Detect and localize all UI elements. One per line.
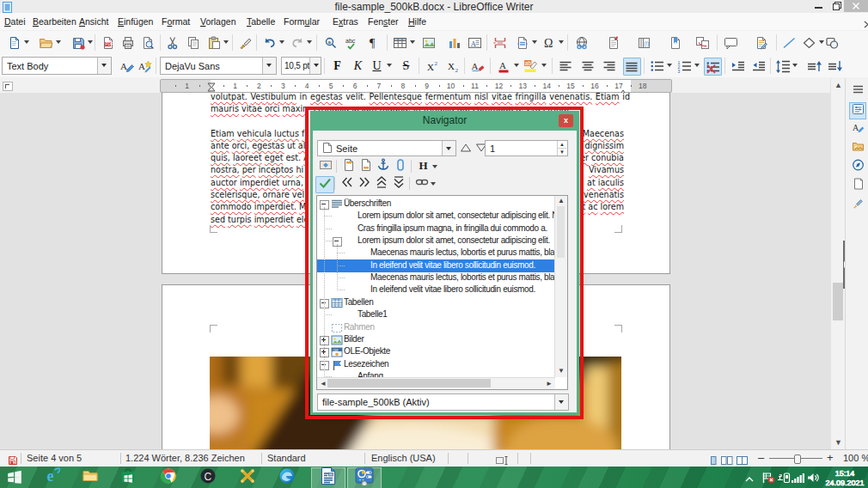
- taskbar-chrome[interactable]: [157, 467, 179, 488]
- highlighting-color-button[interactable]: ab: [523, 58, 540, 74]
- menu-ansicht[interactable]: Ansicht: [74, 13, 113, 30]
- font-size-combo[interactable]: 10,5 pt: [281, 57, 321, 75]
- underline-button[interactable]: U: [369, 58, 385, 74]
- font-size-combo-dropdown-button[interactable]: [309, 58, 321, 74]
- insert-field-button[interactable]: [514, 34, 530, 51]
- save-button[interactable]: [70, 34, 86, 51]
- scrollbar-thumb[interactable]: [833, 283, 843, 320]
- bold-button[interactable]: F: [329, 58, 345, 74]
- open-button[interactable]: [38, 34, 54, 51]
- insert-special-character-button[interactable]: Ω: [541, 34, 557, 51]
- highlighting-color-dropdown-arrow[interactable]: [541, 64, 547, 67]
- ordered-list-button[interactable]: 123: [676, 58, 693, 74]
- insert-textbox-button[interactable]: A: [467, 34, 483, 51]
- status-word-count[interactable]: 1.224 Wörter, 8.236 Zeichen: [125, 450, 245, 467]
- undo-dropdown-arrow[interactable]: [279, 40, 284, 44]
- print-preview-button[interactable]: [139, 34, 156, 51]
- tray-network-signal[interactable]: [791, 472, 805, 487]
- update-style-button[interactable]: A: [119, 58, 135, 74]
- cut-button[interactable]: [164, 34, 180, 51]
- italic-button[interactable]: K: [350, 58, 366, 74]
- new-document-dropdown-arrow[interactable]: [24, 40, 29, 44]
- sidebar-properties[interactable]: [849, 102, 866, 119]
- tray-volume[interactable]: [806, 472, 821, 487]
- horizontal-ruler[interactable]: 1234567891011121314151617181: [160, 79, 672, 93]
- insert-image-button[interactable]: [420, 34, 437, 51]
- font-color-dropdown-arrow[interactable]: [514, 64, 519, 67]
- zoom-slider-thumb[interactable]: [794, 454, 801, 464]
- decrease-indent-button[interactable]: [750, 58, 767, 74]
- insert-index-entry-button[interactable]: (i): [636, 34, 652, 51]
- menu-overflow-icon[interactable]: [863, 16, 868, 32]
- insert-table-dropdown-arrow[interactable]: [410, 40, 415, 44]
- find-and-replace-button[interactable]: a: [322, 34, 339, 51]
- taskbar-libreoffice-writer[interactable]: [317, 467, 339, 488]
- taskbar-settings-app[interactable]: [353, 467, 375, 488]
- insert-page-break-button[interactable]: [492, 34, 508, 51]
- line-spacing-dropdown-arrow[interactable]: [792, 64, 798, 67]
- menu-fenster[interactable]: Fenster: [363, 13, 404, 30]
- strikethrough-button[interactable]: S: [398, 58, 414, 74]
- zoom-in-button[interactable]: +: [827, 450, 834, 467]
- insert-hyperlink-button[interactable]: [574, 34, 590, 51]
- scroll-down-icon[interactable]: ▼: [834, 438, 842, 447]
- align-right-button[interactable]: [602, 58, 618, 74]
- status-page-number[interactable]: Seite 4 von 5: [27, 450, 82, 467]
- close-button[interactable]: [844, 0, 868, 12]
- save-dropdown-arrow[interactable]: [88, 40, 93, 44]
- menu-einfgen[interactable]: Einfügen: [113, 13, 158, 30]
- taskbar-clock[interactable]: 15:1424.09.2021: [823, 467, 866, 488]
- no-list-button[interactable]: [704, 58, 722, 76]
- menu-vorlagen[interactable]: Vorlagen: [195, 13, 241, 30]
- increase-indent-button[interactable]: [730, 58, 746, 74]
- taskbar-start-button[interactable]: [3, 467, 25, 488]
- menu-formular[interactable]: Formular: [278, 13, 325, 30]
- font-color-button[interactable]: A: [496, 58, 512, 74]
- taskbar-edge[interactable]: [276, 467, 297, 488]
- status-language[interactable]: Englisch (USA): [371, 450, 436, 467]
- taskbar-windows-store[interactable]: [117, 467, 138, 488]
- tray-hidden-icons[interactable]: [744, 472, 755, 487]
- font-name-combo[interactable]: DejaVu Sans: [160, 57, 277, 75]
- menu-extras[interactable]: Extras: [327, 13, 364, 30]
- menu-hilfe[interactable]: Hilfe: [403, 13, 431, 30]
- insert-special-character-dropdown-arrow[interactable]: [559, 40, 564, 44]
- vertical-scrollbar[interactable]: ▲ ▼: [830, 78, 846, 449]
- zoom-percentage[interactable]: 100 %: [843, 450, 868, 467]
- justified-button[interactable]: [623, 58, 641, 76]
- decrease-paragraph-spacing-button[interactable]: [827, 58, 843, 74]
- subscript-button[interactable]: X2: [445, 58, 462, 74]
- insert-comment-button[interactable]: [723, 34, 739, 51]
- show-draw-functions-button[interactable]: [824, 34, 840, 51]
- track-changes-button[interactable]: [753, 34, 769, 51]
- sidebar-navigator[interactable]: [850, 159, 865, 174]
- insert-bookmark-button[interactable]: [667, 34, 683, 51]
- paste-button[interactable]: [205, 34, 222, 51]
- tray-action-center[interactable]: [761, 472, 775, 487]
- open-dropdown-arrow[interactable]: [56, 40, 61, 44]
- sidebar-style-inspector[interactable]: [850, 197, 865, 212]
- superscript-button[interactable]: X2: [425, 58, 441, 74]
- redo-button[interactable]: [289, 34, 305, 51]
- font-name-combo-dropdown-button[interactable]: [262, 58, 276, 74]
- formatting-marks-button[interactable]: ¶: [365, 34, 382, 51]
- new-style-button[interactable]: A: [137, 58, 153, 74]
- unordered-list-dropdown-arrow[interactable]: [667, 64, 672, 67]
- spelling-button[interactable]: abc: [344, 34, 360, 51]
- taskbar-x-app[interactable]: [236, 467, 258, 488]
- sidebar-splitter[interactable]: [843, 241, 848, 289]
- menu-tabelle[interactable]: Tabelle: [241, 13, 280, 30]
- export-pdf-button[interactable]: PDF: [100, 34, 116, 51]
- paragraph-style-combo[interactable]: Text Body: [2, 57, 112, 75]
- copy-button[interactable]: [185, 34, 201, 51]
- insert-field-dropdown-arrow[interactable]: [532, 40, 537, 44]
- basic-shapes-button[interactable]: [801, 34, 817, 51]
- paste-dropdown-arrow[interactable]: [223, 40, 229, 44]
- clear-formatting-button[interactable]: A: [470, 58, 486, 74]
- taskbar-internet-explorer[interactable]: e: [41, 467, 63, 488]
- tray-usb-device[interactable]: [776, 472, 791, 487]
- increase-paragraph-spacing-button[interactable]: [806, 58, 822, 74]
- zoom-out-button[interactable]: –: [758, 450, 764, 467]
- sidebar-gallery[interactable]: [850, 140, 865, 156]
- menu-format[interactable]: Format: [156, 13, 195, 30]
